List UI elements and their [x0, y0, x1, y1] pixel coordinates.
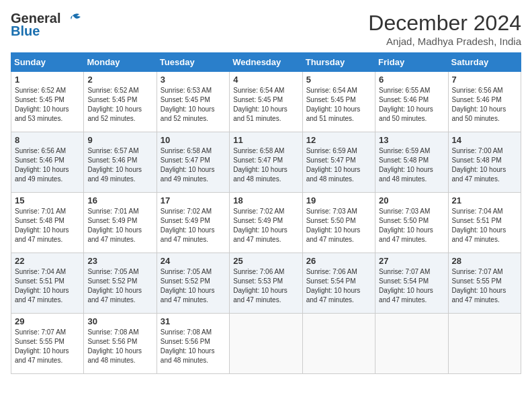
calendar-cell: 20 Sunrise: 7:03 AM Sunset: 5:50 PM Dayl…	[375, 193, 448, 253]
weekday-header-sunday: Sunday	[11, 53, 84, 72]
calendar-cell: 3 Sunrise: 6:53 AM Sunset: 5:45 PM Dayli…	[157, 72, 229, 132]
week-row-1: 1 Sunrise: 6:52 AM Sunset: 5:45 PM Dayli…	[11, 72, 521, 132]
day-number: 6	[379, 75, 444, 85]
day-number: 21	[452, 195, 517, 205]
day-info: Sunrise: 7:04 AM Sunset: 5:51 PM Dayligh…	[452, 207, 517, 244]
calendar-cell: 8 Sunrise: 6:56 AM Sunset: 5:46 PM Dayli…	[11, 132, 84, 193]
logo-text-blue: Blue	[11, 24, 40, 39]
day-info: Sunrise: 6:56 AM Sunset: 5:46 PM Dayligh…	[15, 146, 80, 184]
day-number: 8	[15, 135, 80, 145]
day-info: Sunrise: 7:00 AM Sunset: 5:48 PM Dayligh…	[452, 146, 517, 184]
day-number: 28	[452, 256, 517, 266]
day-info: Sunrise: 6:59 AM Sunset: 5:48 PM Dayligh…	[379, 146, 444, 184]
calendar-cell: 6 Sunrise: 6:55 AM Sunset: 5:46 PM Dayli…	[375, 72, 448, 132]
day-number: 30	[87, 316, 152, 326]
day-number: 18	[233, 195, 298, 205]
day-info: Sunrise: 7:06 AM Sunset: 5:53 PM Dayligh…	[233, 267, 298, 305]
calendar-cell: 23 Sunrise: 7:05 AM Sunset: 5:52 PM Dayl…	[84, 253, 157, 314]
day-info: Sunrise: 6:52 AM Sunset: 5:45 PM Dayligh…	[15, 86, 80, 124]
day-info: Sunrise: 7:08 AM Sunset: 5:56 PM Dayligh…	[87, 328, 152, 365]
day-number: 19	[306, 195, 371, 205]
calendar-cell: 13 Sunrise: 6:59 AM Sunset: 5:48 PM Dayl…	[375, 132, 448, 193]
day-number: 10	[161, 135, 226, 145]
day-info: Sunrise: 7:06 AM Sunset: 5:54 PM Dayligh…	[306, 267, 371, 305]
day-number: 3	[161, 75, 226, 85]
day-number: 23	[87, 256, 152, 266]
calendar-cell: 12 Sunrise: 6:59 AM Sunset: 5:47 PM Dayl…	[302, 132, 375, 193]
calendar-cell: 24 Sunrise: 7:05 AM Sunset: 5:52 PM Dayl…	[157, 253, 229, 314]
day-info: Sunrise: 7:05 AM Sunset: 5:52 PM Dayligh…	[87, 267, 152, 305]
calendar-cell: 1 Sunrise: 6:52 AM Sunset: 5:45 PM Dayli…	[11, 72, 84, 132]
day-number: 31	[161, 316, 226, 326]
day-number: 25	[233, 256, 298, 266]
weekday-header-wednesday: Wednesday	[230, 53, 302, 72]
calendar-table: SundayMondayTuesdayWednesdayThursdayFrid…	[11, 52, 521, 374]
calendar-cell: 5 Sunrise: 6:54 AM Sunset: 5:45 PM Dayli…	[302, 72, 375, 132]
logo-bird-icon	[63, 11, 82, 26]
calendar-cell	[230, 314, 302, 374]
weekday-header-friday: Friday	[375, 53, 448, 72]
calendar-cell: 18 Sunrise: 7:02 AM Sunset: 5:49 PM Dayl…	[230, 193, 302, 253]
day-info: Sunrise: 6:57 AM Sunset: 5:46 PM Dayligh…	[87, 146, 152, 184]
day-info: Sunrise: 7:07 AM Sunset: 5:55 PM Dayligh…	[452, 267, 517, 305]
calendar-cell: 17 Sunrise: 7:02 AM Sunset: 5:49 PM Dayl…	[157, 193, 229, 253]
calendar-cell: 15 Sunrise: 7:01 AM Sunset: 5:48 PM Dayl…	[11, 193, 84, 253]
day-info: Sunrise: 6:53 AM Sunset: 5:45 PM Dayligh…	[161, 86, 226, 124]
day-info: Sunrise: 6:52 AM Sunset: 5:45 PM Dayligh…	[87, 86, 152, 124]
calendar-cell: 14 Sunrise: 7:00 AM Sunset: 5:48 PM Dayl…	[448, 132, 521, 193]
day-number: 4	[233, 75, 298, 85]
logo: General Blue	[11, 11, 82, 39]
calendar-cell: 31 Sunrise: 7:08 AM Sunset: 5:56 PM Dayl…	[157, 314, 229, 374]
calendar-cell: 19 Sunrise: 7:03 AM Sunset: 5:50 PM Dayl…	[302, 193, 375, 253]
calendar-cell: 11 Sunrise: 6:58 AM Sunset: 5:47 PM Dayl…	[230, 132, 302, 193]
day-number: 16	[87, 195, 152, 205]
day-info: Sunrise: 6:55 AM Sunset: 5:46 PM Dayligh…	[379, 86, 444, 124]
calendar-cell: 4 Sunrise: 6:54 AM Sunset: 5:45 PM Dayli…	[230, 72, 302, 132]
day-info: Sunrise: 7:01 AM Sunset: 5:49 PM Dayligh…	[87, 207, 152, 244]
day-info: Sunrise: 6:58 AM Sunset: 5:47 PM Dayligh…	[233, 146, 298, 184]
location-title: Anjad, Madhya Pradesh, India	[368, 36, 521, 47]
day-info: Sunrise: 6:56 AM Sunset: 5:46 PM Dayligh…	[452, 86, 517, 124]
day-number: 11	[233, 135, 298, 145]
day-number: 27	[379, 256, 444, 266]
calendar-cell: 27 Sunrise: 7:07 AM Sunset: 5:54 PM Dayl…	[375, 253, 448, 314]
weekday-header-row: SundayMondayTuesdayWednesdayThursdayFrid…	[11, 53, 521, 72]
calendar-cell: 29 Sunrise: 7:07 AM Sunset: 5:55 PM Dayl…	[11, 314, 84, 374]
day-number: 9	[87, 135, 152, 145]
day-number: 26	[306, 256, 371, 266]
day-info: Sunrise: 6:59 AM Sunset: 5:47 PM Dayligh…	[306, 146, 371, 184]
day-number: 20	[379, 195, 444, 205]
calendar-cell: 9 Sunrise: 6:57 AM Sunset: 5:46 PM Dayli…	[84, 132, 157, 193]
calendar-cell: 26 Sunrise: 7:06 AM Sunset: 5:54 PM Dayl…	[302, 253, 375, 314]
day-info: Sunrise: 7:02 AM Sunset: 5:49 PM Dayligh…	[161, 207, 226, 244]
weekday-header-tuesday: Tuesday	[157, 53, 229, 72]
day-number: 1	[15, 75, 80, 85]
day-info: Sunrise: 6:58 AM Sunset: 5:47 PM Dayligh…	[161, 146, 226, 184]
day-number: 12	[306, 135, 371, 145]
day-info: Sunrise: 7:05 AM Sunset: 5:52 PM Dayligh…	[161, 267, 226, 305]
weekday-header-monday: Monday	[84, 53, 157, 72]
day-number: 5	[306, 75, 371, 85]
day-info: Sunrise: 7:03 AM Sunset: 5:50 PM Dayligh…	[306, 207, 371, 244]
day-number: 2	[87, 75, 152, 85]
week-row-4: 22 Sunrise: 7:04 AM Sunset: 5:51 PM Dayl…	[11, 253, 521, 314]
day-info: Sunrise: 7:02 AM Sunset: 5:49 PM Dayligh…	[233, 207, 298, 244]
day-number: 15	[15, 195, 80, 205]
week-row-2: 8 Sunrise: 6:56 AM Sunset: 5:46 PM Dayli…	[11, 132, 521, 193]
day-info: Sunrise: 7:04 AM Sunset: 5:51 PM Dayligh…	[15, 267, 80, 305]
day-info: Sunrise: 6:54 AM Sunset: 5:45 PM Dayligh…	[306, 86, 371, 124]
calendar-cell: 22 Sunrise: 7:04 AM Sunset: 5:51 PM Dayl…	[11, 253, 84, 314]
calendar-cell: 7 Sunrise: 6:56 AM Sunset: 5:46 PM Dayli…	[448, 72, 521, 132]
page-header: General Blue December 2024 Anjad, Madhya…	[11, 11, 521, 47]
day-number: 29	[15, 316, 80, 326]
calendar-cell: 10 Sunrise: 6:58 AM Sunset: 5:47 PM Dayl…	[157, 132, 229, 193]
day-number: 24	[161, 256, 226, 266]
week-row-5: 29 Sunrise: 7:07 AM Sunset: 5:55 PM Dayl…	[11, 314, 521, 374]
day-info: Sunrise: 7:01 AM Sunset: 5:48 PM Dayligh…	[15, 207, 80, 244]
calendar-cell: 30 Sunrise: 7:08 AM Sunset: 5:56 PM Dayl…	[84, 314, 157, 374]
day-info: Sunrise: 7:07 AM Sunset: 5:54 PM Dayligh…	[379, 267, 444, 305]
day-info: Sunrise: 7:08 AM Sunset: 5:56 PM Dayligh…	[161, 328, 226, 365]
calendar-cell	[448, 314, 521, 374]
day-number: 22	[15, 256, 80, 266]
week-row-3: 15 Sunrise: 7:01 AM Sunset: 5:48 PM Dayl…	[11, 193, 521, 253]
